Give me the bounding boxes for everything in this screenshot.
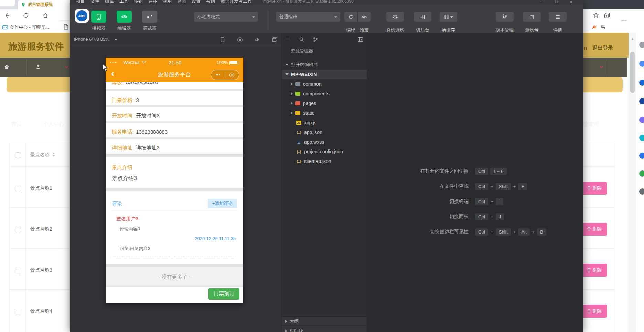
delete-button[interactable]: 删除	[581, 223, 607, 236]
debugger-toggle[interactable]: 调试器	[140, 11, 159, 31]
favorites-star-icon[interactable]	[593, 12, 599, 18]
file-sitemap[interactable]: {..}sitemap.json	[282, 156, 367, 166]
delete-button[interactable]: 删除	[581, 182, 607, 195]
project-root[interactable]: MP-WEIXIN	[282, 70, 367, 79]
sidebar-app-icon[interactable]	[639, 61, 644, 67]
menu-help[interactable]: 帮助	[203, 0, 218, 4]
select-all-checkbox[interactable]	[15, 152, 21, 158]
nav-home-icon	[4, 64, 9, 70]
menu-settings[interactable]: 设置	[189, 0, 203, 4]
browser-tab-stub[interactable]	[0, 0, 15, 6]
row-checkbox[interactable]	[15, 186, 21, 191]
delete-button[interactable]: 删除	[581, 305, 607, 318]
minimize-button[interactable]: ─	[540, 0, 544, 4]
column-header-name[interactable]: 景点名称	[30, 152, 50, 158]
open-editors-section[interactable]: 打开的编辑器	[282, 60, 367, 70]
file-app-wxss[interactable]: Ξapp.wxss	[282, 137, 367, 147]
page-scrollbar[interactable]: ▲	[629, 33, 636, 332]
sidebar-app-icon[interactable]	[639, 153, 644, 159]
compile-mode-select[interactable]: 普通编译	[276, 12, 340, 22]
json-icon: {..}	[296, 131, 302, 134]
no-more-label: ~ 没有更多了 ~	[106, 267, 243, 287]
menu-wechat-devtools[interactable]: 微信开发者工具	[218, 0, 255, 4]
outline-section[interactable]: 大纲	[282, 316, 367, 326]
sidebar-app-icon[interactable]	[639, 42, 644, 48]
nav-home[interactable]: 首页	[11, 121, 22, 127]
collapse-panel-icon[interactable]	[357, 37, 363, 42]
list-icon[interactable]: ≡	[286, 36, 289, 43]
details-button[interactable]	[549, 12, 567, 22]
intro-text: 景点介绍3	[112, 175, 137, 182]
sidebar-app-icon[interactable]	[639, 170, 644, 177]
record-icon[interactable]	[237, 37, 243, 42]
remote-debug-button[interactable]	[386, 12, 404, 22]
sidebar-app-icon[interactable]	[639, 98, 644, 104]
multi-window-icon[interactable]	[272, 37, 277, 42]
rotate-device-icon[interactable]	[221, 37, 225, 42]
search-icon[interactable]	[299, 37, 304, 42]
file-app-js[interactable]: JSapp.js	[282, 118, 367, 127]
scrollbar-up-arrow[interactable]: ▲	[631, 37, 634, 40]
menu-select[interactable]: 选择	[146, 0, 160, 4]
row-checkbox[interactable]	[15, 268, 21, 273]
bookmark-bilibili[interactable]: 创作中心 - 哔哩哔...	[10, 24, 49, 30]
add-comment-button[interactable]: +添加评论	[208, 199, 237, 208]
maximize-button[interactable]: □	[555, 0, 558, 4]
test-account-button[interactable]	[523, 12, 541, 22]
scrollbar-thumb[interactable]	[630, 52, 635, 93]
device-selector[interactable]: iPhone 6/7/8 85%	[74, 37, 109, 42]
menu-tools[interactable]: 工具	[117, 0, 131, 4]
version-button[interactable]	[496, 12, 514, 22]
field-address: 详细地址:详细地址3	[112, 145, 160, 151]
menu-interface[interactable]: 界面	[174, 0, 189, 4]
git-branch-icon[interactable]	[313, 37, 318, 42]
row-checkbox[interactable]	[15, 309, 21, 314]
compile-button[interactable]	[344, 12, 357, 22]
browser-tab-active[interactable]: 后台管理系统	[18, 0, 72, 9]
sidebar-app-icon[interactable]	[639, 188, 644, 195]
menu-project[interactable]: 项目	[73, 0, 88, 4]
folder-components[interactable]: components	[282, 89, 367, 98]
menu-edit[interactable]: 编辑	[102, 0, 117, 4]
back-icon[interactable]	[4, 12, 10, 19]
capsule-menu: •••	[211, 70, 239, 80]
more-dots-icon[interactable]: •••	[211, 73, 225, 77]
editor-toggle[interactable]: </> 编辑器	[115, 11, 134, 31]
preview-button[interactable]	[358, 12, 371, 22]
close-circle-icon[interactable]	[225, 73, 239, 77]
menu-file[interactable]: 文件	[88, 0, 102, 4]
mode-select[interactable]: 小程序模式	[194, 12, 258, 22]
sort-icon[interactable]	[52, 153, 55, 157]
collections-icon[interactable]	[604, 12, 610, 18]
toolbar-divider	[269, 10, 269, 30]
table-row: 景点名称3	[30, 267, 52, 273]
clear-cache-button[interactable]	[440, 12, 457, 22]
row-checkbox[interactable]	[15, 227, 21, 232]
sidebar-app-icon[interactable]	[639, 135, 644, 141]
folder-common[interactable]: common	[282, 79, 367, 89]
menu-view[interactable]: 视图	[160, 0, 174, 4]
nav-profile[interactable]: 个人中心	[43, 121, 64, 127]
book-ticket-button[interactable]: 门票预订	[208, 288, 239, 300]
bookmark-bird[interactable]: 鸟	[601, 24, 605, 30]
refresh-icon[interactable]	[23, 12, 29, 19]
file-project-config[interactable]: {..}project.config.json	[282, 147, 367, 156]
page-icon[interactable]	[64, 24, 68, 30]
speaker-icon[interactable]	[255, 37, 260, 42]
home-icon[interactable]	[42, 12, 49, 19]
menu-goto[interactable]: 转到	[131, 0, 146, 4]
delete-button[interactable]: 删除	[581, 264, 607, 277]
logout-button[interactable]: 退出登录	[592, 45, 613, 51]
file-app-json[interactable]: {..}app.json	[282, 127, 367, 137]
close-button[interactable]: ×	[570, 0, 573, 5]
account-avatar[interactable]: Java	[75, 9, 89, 23]
folder-pages[interactable]: pages	[282, 98, 367, 108]
timeline-section[interactable]: 时间线	[282, 326, 367, 332]
battery-icon	[229, 61, 238, 65]
sidebar-app-icon[interactable]	[639, 117, 644, 123]
nav-system-partial[interactable]: 统管理	[583, 121, 599, 127]
sidebar-app-icon[interactable]	[639, 80, 644, 86]
to-background-button[interactable]	[414, 12, 431, 22]
folder-static[interactable]: static	[282, 108, 367, 118]
simulator-toggle[interactable]: 模拟器	[89, 11, 108, 31]
